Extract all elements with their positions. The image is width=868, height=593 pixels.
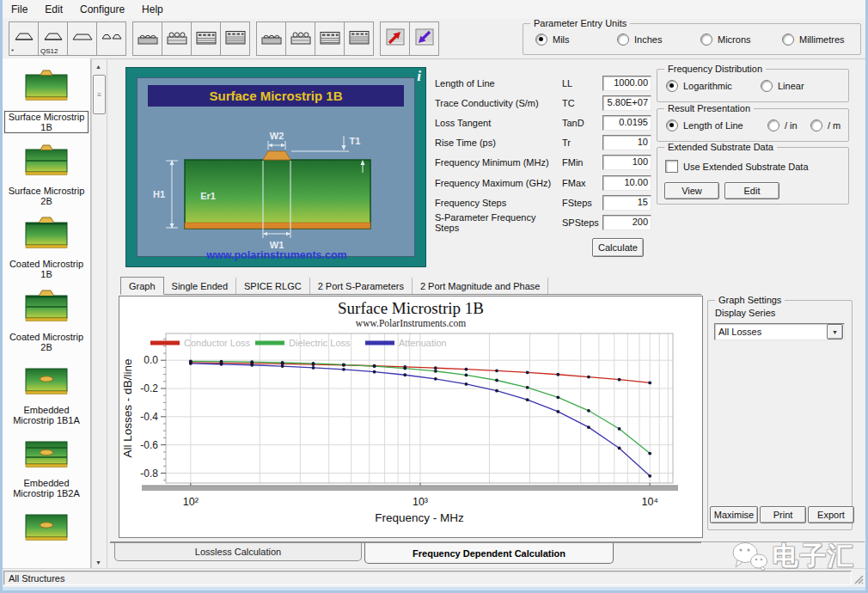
- tab-2-port-magnitude-and-phase[interactable]: 2 Port Magnitude and Phase: [413, 278, 548, 294]
- radio-millimetres[interactable]: Millimetres: [782, 34, 845, 46]
- extended-substrate-title: Extended Substrate Data: [664, 142, 777, 152]
- view-button[interactable]: View: [664, 182, 719, 199]
- radio-circle[interactable]: [535, 34, 547, 46]
- toolbar-microstrip-trace-pair-button[interactable]: [97, 22, 125, 55]
- graph-panel: Surface Microstrip 1B www.PolarInstrumen…: [119, 296, 703, 538]
- tab-2-port-s-parameters[interactable]: 2 Port S-Parameters: [310, 278, 413, 294]
- radio-circle[interactable]: [666, 119, 678, 131]
- toolbar-substrate-traces-1-button[interactable]: [257, 22, 286, 55]
- sidebar-item-label: Embedded Microstrip 1B1A: [5, 405, 88, 425]
- toolbar-group-1: *QS12: [9, 21, 126, 56]
- svg-text:-0.4: -0.4: [140, 411, 158, 423]
- sidebar-item-coated-microstrip-2b[interactable]: Coated Microstrip 2B: [3, 279, 90, 352]
- toolbar-substrate-layered-2-button[interactable]: [221, 22, 249, 55]
- toolbar-red-rising-arrow-button[interactable]: [381, 22, 410, 55]
- bottom-tab-frequency-dependent-calculation[interactable]: Frequency Dependent Calculation: [364, 543, 614, 564]
- maximise-button[interactable]: Maximise: [710, 506, 758, 523]
- tab-graph[interactable]: Graph: [120, 277, 164, 295]
- toolbar-microstrip-trace-button[interactable]: *: [9, 22, 39, 55]
- menu-file[interactable]: File: [3, 1, 36, 18]
- sidebar-item-coated-microstrip-1b[interactable]: Coated Microstrip 1B: [3, 206, 90, 279]
- substrate-traces-1-icon: [137, 27, 159, 51]
- toolbar-badge: QS12: [40, 48, 58, 55]
- use-extended-substrate-checkbox[interactable]: [665, 160, 678, 173]
- param-code: TanD: [562, 118, 602, 128]
- toolbar-microstrip-trace-wide-button[interactable]: [68, 22, 97, 55]
- resize-grip[interactable]: [853, 574, 864, 584]
- sidebar-item-embedded-microstrip-1b1a[interactable]: Embedded Microstrip 1B1A: [3, 352, 90, 425]
- sidebar-item-label: Embedded Microstrip 1B2A: [5, 478, 88, 498]
- param-input-tr[interactable]: 10: [602, 135, 651, 150]
- edit-button[interactable]: Edit: [724, 182, 779, 199]
- toolbar-substrate-traces-1-button[interactable]: [133, 22, 162, 55]
- tab-spice-rlgc[interactable]: SPICE RLGC: [236, 278, 310, 294]
- toolbar-substrate-traces-2-button[interactable]: [162, 22, 192, 55]
- radio-circle[interactable]: [767, 119, 779, 131]
- param-input-ll[interactable]: 1000.00: [602, 76, 651, 91]
- sidebar-item-surface-microstrip-2b[interactable]: Surface Microstrip 2B: [3, 133, 90, 206]
- sidebar-scrollbar[interactable]: ▲ ≡ ▼: [91, 58, 107, 570]
- radio-length-of-line[interactable]: Length of Line: [666, 119, 767, 131]
- radio-linear[interactable]: Linear: [761, 80, 804, 92]
- param-input-fsteps[interactable]: 15: [602, 195, 651, 211]
- toolbar-microstrip-trace-button[interactable]: QS12: [39, 22, 68, 55]
- toolbar-substrate-layered-1-button[interactable]: [315, 22, 345, 55]
- watermark: 电子汇: [730, 539, 855, 574]
- toolbar-purple-falling-arrow-button[interactable]: [410, 22, 438, 55]
- radio-inches[interactable]: Inches: [617, 34, 700, 46]
- toolbar-substrate-layered-2-button[interactable]: [345, 22, 373, 55]
- sidebar-item-surface-microstrip-1b[interactable]: Surface Microstrip 1B: [3, 58, 90, 133]
- display-series-dropdown[interactable]: All Losses ▼: [714, 323, 845, 340]
- radio-circle[interactable]: [617, 34, 629, 46]
- scroll-down-button[interactable]: ▼: [93, 556, 104, 568]
- bottom-tab-lossless-calculation[interactable]: Lossless Calculation: [114, 543, 362, 561]
- svg-text:10³: 10³: [413, 496, 428, 508]
- label-t1: T1: [350, 136, 361, 146]
- radio-circle[interactable]: [810, 119, 822, 131]
- param-input-fmin[interactable]: 100: [602, 155, 651, 170]
- param-input-fmax[interactable]: 10.00: [602, 175, 651, 191]
- microstrip-trace-wide-icon: [71, 27, 94, 51]
- radio-in[interactable]: / in: [767, 119, 810, 131]
- radio-circle[interactable]: [761, 80, 773, 92]
- print-button[interactable]: Print: [760, 506, 806, 523]
- menu-help[interactable]: Help: [133, 1, 172, 18]
- radio-label: Millimetres: [799, 34, 845, 45]
- export-button[interactable]: Export: [808, 506, 854, 523]
- calculate-button[interactable]: Calculate: [592, 238, 644, 257]
- radio-microns[interactable]: Microns: [700, 34, 782, 46]
- toolbar-substrate-layered-1-button[interactable]: [192, 22, 221, 55]
- dropdown-arrow-icon[interactable]: ▼: [827, 324, 843, 339]
- structure-diagram: Surface Microstrip 1B: [137, 77, 415, 257]
- menu-bar: FileEditConfigureHelp: [3, 0, 865, 20]
- param-label: Frequency Maximum (GHz): [435, 178, 562, 188]
- scroll-thumb[interactable]: ≡: [93, 75, 106, 114]
- radio-circle[interactable]: [700, 34, 712, 46]
- microstrip-trace-pair-icon: [101, 27, 123, 51]
- toolbar-substrate-traces-2-button[interactable]: [286, 22, 315, 55]
- tab-single-ended[interactable]: Single Ended: [164, 278, 236, 294]
- param-input-spsteps[interactable]: 200: [602, 215, 651, 230]
- sidebar-item-label: Surface Microstrip 2B: [5, 186, 88, 206]
- param-label: Length of Line: [435, 78, 562, 89]
- scroll-up-button[interactable]: ▲: [93, 60, 104, 72]
- toolbar-groups: *QS12: [3, 21, 439, 56]
- radio-label: Length of Line: [683, 120, 743, 131]
- coated-microstrip-2-icon: [20, 288, 73, 329]
- svg-text:Dielectric Loss: Dielectric Loss: [289, 338, 351, 348]
- sidebar-item-embedded-microstrip-1b2a[interactable]: Embedded Microstrip 1B2A: [3, 425, 90, 498]
- param-input-tc[interactable]: 5.80E+07: [602, 95, 651, 111]
- menu-configure[interactable]: Configure: [71, 1, 133, 18]
- param-row-fsteps: Frequency StepsFSteps15: [435, 193, 651, 212]
- radio-m[interactable]: / m: [810, 119, 840, 131]
- radio-logarithmic[interactable]: Logarithmic: [666, 80, 761, 92]
- radio-mils[interactable]: Mils: [535, 34, 617, 46]
- radio-circle[interactable]: [782, 34, 794, 46]
- menu-edit[interactable]: Edit: [36, 1, 71, 18]
- param-input-tand[interactable]: 0.0195: [602, 115, 651, 131]
- radio-circle[interactable]: [666, 80, 678, 92]
- sidebar-item-partial[interactable]: [3, 498, 90, 548]
- info-icon[interactable]: i: [417, 68, 421, 85]
- param-row-fmax: Frequency Maximum (GHz)FMax10.00: [435, 173, 651, 193]
- svg-text:Attenuation: Attenuation: [399, 338, 447, 348]
